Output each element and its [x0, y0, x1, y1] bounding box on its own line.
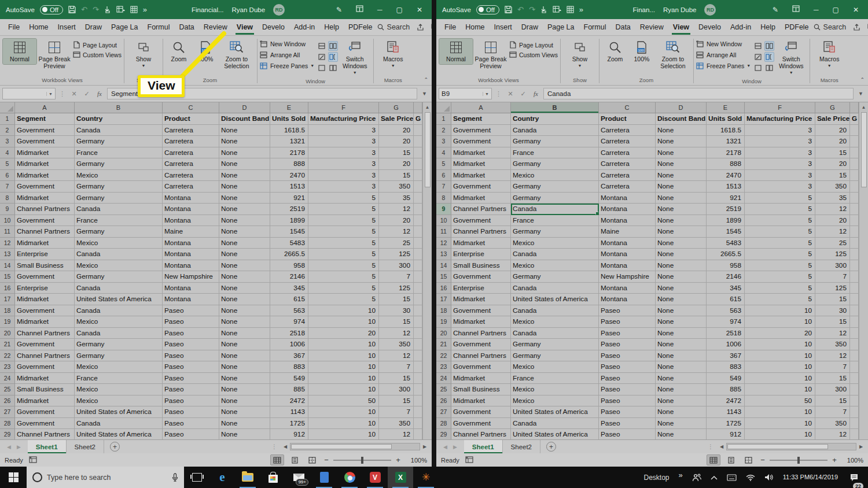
- cell-D9[interactable]: None: [219, 204, 270, 215]
- cell-C15[interactable]: New Hampshire: [599, 271, 656, 283]
- cell-F18[interactable]: 10: [308, 305, 379, 317]
- cell-D28[interactable]: None: [219, 418, 270, 430]
- synchronous-scrolling-icon[interactable]: [329, 53, 337, 61]
- cell-D8[interactable]: None: [656, 193, 707, 204]
- cell-A16[interactable]: Enterprise: [451, 283, 511, 294]
- status-normal-view-icon[interactable]: [271, 455, 284, 465]
- cell-E5[interactable]: 888: [707, 158, 745, 170]
- new-sheet-button[interactable]: +: [546, 442, 556, 452]
- status-page-break-icon[interactable]: [742, 455, 755, 465]
- cell-F10[interactable]: 5: [308, 215, 379, 227]
- cell-E8[interactable]: 921: [270, 193, 308, 204]
- row-header-19[interactable]: 19: [436, 316, 451, 328]
- menu-tab-file[interactable]: File: [3, 19, 24, 35]
- row-header-13[interactable]: 13: [436, 249, 451, 260]
- custom-views-button[interactable]: Custom Views: [72, 51, 122, 58]
- cell-B8[interactable]: Germany: [511, 193, 599, 204]
- row-header-28[interactable]: 28: [0, 418, 15, 430]
- column-header-g[interactable]: G: [815, 102, 850, 113]
- cell-E14[interactable]: 958: [707, 260, 745, 272]
- row-header-17[interactable]: 17: [436, 294, 451, 305]
- cell-F16[interactable]: 5: [308, 283, 379, 294]
- cell-A1[interactable]: Segment: [15, 113, 75, 125]
- cell-F2[interactable]: 3: [745, 125, 815, 136]
- cell-C7[interactable]: Carretera: [599, 181, 656, 193]
- menu-tab-help[interactable]: Help: [756, 19, 780, 35]
- macros-button[interactable]: Macros ▼: [812, 39, 846, 70]
- column-header-c[interactable]: C: [163, 102, 219, 113]
- cell-D20[interactable]: None: [656, 328, 707, 339]
- cell-E20[interactable]: 2518: [270, 328, 308, 339]
- row-header-24[interactable]: 24: [436, 373, 451, 385]
- cell-A16[interactable]: Enterprise: [15, 283, 75, 294]
- sheet-nav-right-icon[interactable]: ▶: [453, 444, 457, 450]
- cell-G23[interactable]: 7: [815, 361, 850, 373]
- sheet-tab-sheet2[interactable]: Sheet2: [67, 440, 104, 453]
- touch-mode-icon[interactable]: [104, 6, 111, 13]
- cell-B11[interactable]: Germany: [511, 226, 599, 238]
- column-header-b[interactable]: B: [511, 102, 599, 113]
- cell-A10[interactable]: Government: [15, 215, 75, 227]
- cell-F27[interactable]: 10: [745, 406, 815, 418]
- cell-F12[interactable]: 5: [745, 238, 815, 249]
- scroll-up-icon[interactable]: ▲: [425, 102, 430, 111]
- cell-G21[interactable]: 350: [815, 339, 850, 350]
- row-header-18[interactable]: 18: [0, 305, 15, 317]
- cell-B21[interactable]: Germany: [75, 339, 163, 350]
- cell-D7[interactable]: None: [656, 181, 707, 193]
- insert-function-icon[interactable]: fx: [531, 90, 541, 97]
- new-table-icon[interactable]: [116, 6, 125, 13]
- cell-C12[interactable]: Montana: [599, 238, 656, 249]
- horizontal-scroll-thumb[interactable]: [727, 444, 828, 449]
- cell-F10[interactable]: 5: [745, 215, 815, 227]
- cell-G14[interactable]: 300: [815, 260, 850, 272]
- new-window-button[interactable]: New Window: [260, 40, 314, 47]
- undo-icon[interactable]: ↶: [517, 6, 524, 13]
- cell-B26[interactable]: Mexico: [511, 395, 599, 407]
- cell-B14[interactable]: Mexico: [511, 260, 599, 272]
- reset-window-position-icon[interactable]: [765, 64, 774, 72]
- cell-B26[interactable]: Mexico: [75, 395, 163, 407]
- cell-C21[interactable]: Paseo: [163, 339, 219, 350]
- row-header-18[interactable]: 18: [436, 305, 451, 317]
- cell-C13[interactable]: Montana: [163, 249, 219, 260]
- cell-E7[interactable]: 1513: [270, 181, 308, 193]
- cell-E6[interactable]: 2470: [707, 170, 745, 182]
- cell-G15[interactable]: 7: [379, 271, 414, 283]
- cell-C23[interactable]: Paseo: [163, 361, 219, 373]
- cell-A28[interactable]: Government: [451, 418, 511, 430]
- spreadsheet-grid[interactable]: ABCDEFG1SegmentCountryProductDiscount Ba…: [0, 102, 422, 439]
- cell-A24[interactable]: Midmarket: [451, 373, 511, 385]
- cell-F2[interactable]: 3: [308, 125, 379, 136]
- cell-E5[interactable]: 888: [270, 158, 308, 170]
- column-header-b[interactable]: B: [75, 102, 163, 113]
- cell-E19[interactable]: 974: [707, 316, 745, 328]
- zoom-to-selection-button[interactable]: Zoom to Selection: [655, 39, 691, 71]
- row-header-10[interactable]: 10: [436, 215, 451, 227]
- name-box[interactable]: B9 ▼: [439, 88, 492, 99]
- document-title[interactable]: Financial...: [192, 6, 224, 13]
- format-table-icon[interactable]: [567, 6, 574, 13]
- cell-G3[interactable]: 20: [815, 136, 850, 147]
- cell-F20[interactable]: 20: [308, 328, 379, 339]
- cell-A20[interactable]: Channel Partners: [451, 328, 511, 339]
- view-side-by-side-icon[interactable]: [765, 42, 774, 50]
- cell-D14[interactable]: None: [219, 260, 270, 272]
- user-name[interactable]: Ryan Dube: [232, 6, 266, 13]
- view-side-by-side-icon[interactable]: [329, 42, 337, 50]
- task-view-button[interactable]: [184, 467, 209, 488]
- cell-B23[interactable]: Mexico: [511, 361, 599, 373]
- microphone-icon[interactable]: [172, 473, 178, 482]
- row-header-9[interactable]: 9: [0, 204, 15, 215]
- row-header-20[interactable]: 20: [436, 328, 451, 339]
- cell-D3[interactable]: None: [219, 136, 270, 147]
- row-header-20[interactable]: 20: [0, 328, 15, 339]
- cell-D9[interactable]: None: [656, 204, 707, 215]
- zoom-percentage[interactable]: 100%: [406, 457, 427, 464]
- cell-C10[interactable]: Montana: [163, 215, 219, 227]
- zoom-percentage[interactable]: 100%: [843, 457, 863, 464]
- cell-F4[interactable]: 3: [308, 147, 379, 159]
- cell-A1[interactable]: Segment: [451, 113, 511, 125]
- page-layout-button[interactable]: Page Layout: [509, 41, 558, 49]
- cell-G27[interactable]: 7: [815, 406, 850, 418]
